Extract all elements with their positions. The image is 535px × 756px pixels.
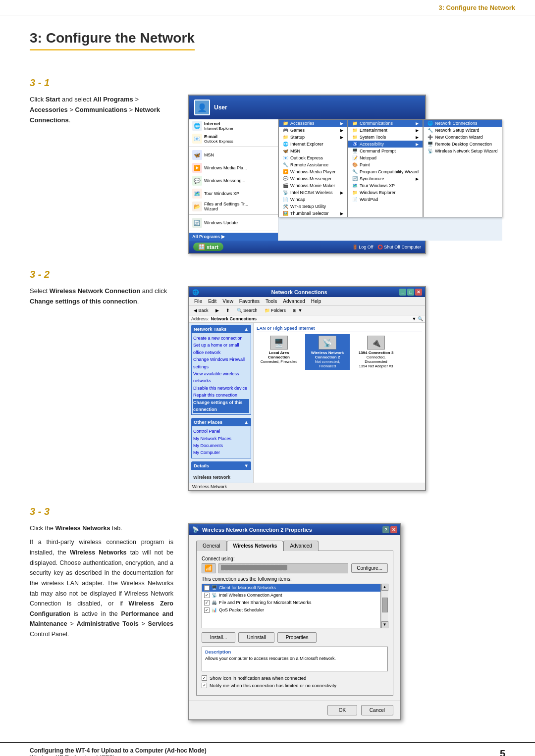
menu-advanced[interactable]: Advanced <box>280 298 308 305</box>
dialog-help-btn[interactable]: ? <box>382 526 389 533</box>
show-icon-checkbox[interactable] <box>202 675 207 681</box>
conn-wireless[interactable]: 📡 Wireless Network Connection 2 Not conn… <box>305 334 350 370</box>
menu-view[interactable]: View <box>219 298 236 305</box>
smitem-startup[interactable]: 📁 Startup ▶ <box>279 134 347 141</box>
scroll-up-btn[interactable]: ▲ <box>381 584 388 591</box>
smitem-notepad[interactable]: 📝 Notepad <box>348 154 423 161</box>
task-my-computer[interactable]: My Computer <box>193 449 249 456</box>
menu-item-allprograms[interactable]: All Programs ▶ <box>189 233 278 241</box>
menu-item-update[interactable]: 🔄 Windows Update <box>189 216 278 229</box>
menu-tools[interactable]: Tools <box>263 298 280 305</box>
start-button[interactable]: 🪟 start <box>193 243 223 251</box>
smitem-media2[interactable]: ▶️ Windows Media Player <box>279 168 347 175</box>
network-tasks-header[interactable]: Network Tasks ▲ <box>191 325 251 333</box>
menu-item-media[interactable]: ▶️ Windows Media Pla... <box>189 161 278 174</box>
menu-help[interactable]: Help <box>308 298 324 305</box>
smitem-ie[interactable]: 🌐 Internet Explorer <box>279 141 347 148</box>
listitem-sharing[interactable]: 🖨️ File and Printer Sharing for Microsof… <box>202 599 380 606</box>
smitem-newconn[interactable]: ➕ New Connection Wizard <box>424 134 502 141</box>
menu-item-tour[interactable]: 🗺️ Tour Windows XP <box>189 187 278 200</box>
menu-item-email[interactable]: 📧 E-mailOutlook Express <box>189 132 278 145</box>
smitem-accessibility[interactable]: ♿ Accessibility ▶ <box>348 141 423 148</box>
uninstall-btn[interactable]: Uninstall <box>238 632 274 643</box>
maximize-button[interactable]: □ <box>407 289 414 296</box>
tab-advanced[interactable]: Advanced <box>283 541 318 551</box>
other-places-header[interactable]: Other Places ▲ <box>191 418 251 426</box>
menu-file[interactable]: File <box>191 298 205 305</box>
menu-item-internet[interactable]: 🌐 InternetInternet Explorer <box>189 119 278 132</box>
search-btn[interactable]: 🔍 Search <box>234 307 260 314</box>
ok-btn[interactable]: OK <box>327 705 357 715</box>
menu-favorites[interactable]: Favorites <box>236 298 263 305</box>
listbox-scrollbar[interactable]: ▲ ▼ <box>381 584 388 628</box>
task-change-fw[interactable]: Change Windows Firewall settings <box>193 356 249 370</box>
check-intel[interactable] <box>204 593 210 598</box>
smitem-sync[interactable]: 🔄 Synchronize ▶ <box>348 175 423 182</box>
dialog-close-btn[interactable]: ✕ <box>390 526 397 533</box>
smitem-entertainment[interactable]: 📁 Entertainment ▶ <box>348 127 423 134</box>
folders-btn[interactable]: 📁 Folders <box>262 307 289 314</box>
smitem-thumbnail[interactable]: 🖼️ Thumbnail Selector ▶ <box>279 210 347 217</box>
task-my-docs[interactable]: My Documents <box>193 442 249 449</box>
shutdown-btn[interactable]: ⭕ Shut Off Computer <box>377 245 421 250</box>
configure-btn[interactable]: Configure... <box>351 563 388 573</box>
tab-general[interactable]: General <box>196 541 227 551</box>
close-button[interactable]: ✕ <box>415 289 422 296</box>
task-repair[interactable]: Repair this connection <box>193 392 249 399</box>
smitem-wincap[interactable]: 📄 Wincap <box>279 196 347 203</box>
smitem-explorer[interactable]: 📁 Windows Explorer <box>348 189 423 196</box>
listitem-intel[interactable]: 📡 Intel Wireless Connection Agent <box>202 592 380 599</box>
menu-item-msn[interactable]: 🦋 MSN <box>189 149 278 161</box>
menu-edit[interactable]: Edit <box>205 298 219 305</box>
smitem-remdesk[interactable]: 🖥️ Remote Desktop Connection <box>424 141 502 148</box>
connection-listbox[interactable]: 🖥️ Client for Microsoft Networks 📡 Intel… <box>202 584 381 628</box>
smitem-wt4[interactable]: 🛠️ WT-4 Setup Utility <box>279 203 347 210</box>
smitem-tourxp[interactable]: 🗺️ Tour Windows XP <box>348 182 423 189</box>
conn-1394[interactable]: 🔌 1394 Connection 3 Connected, Disconnec… <box>354 334 398 370</box>
cancel-btn[interactable]: Cancel <box>361 705 393 715</box>
scroll-down-btn[interactable]: ▼ <box>381 621 388 628</box>
conn-local[interactable]: 🖥️ Local Area Connection Connected, Fire… <box>257 334 301 370</box>
smitem-wmessenger[interactable]: 💬 Windows Messenger <box>279 175 347 182</box>
scroll-thumb[interactable] <box>382 598 388 612</box>
check-sharing[interactable] <box>204 600 210 605</box>
smitem-wsetup[interactable]: 📡 Wireless Network Setup Wizard <box>424 148 502 154</box>
task-my-network[interactable]: My Network Places <box>193 435 249 442</box>
task-setup-home[interactable]: Set up a home or small office network <box>193 342 249 356</box>
tab-wireless-networks[interactable]: Wireless Networks <box>227 541 284 551</box>
check-client[interactable] <box>204 585 210 591</box>
minimize-button[interactable]: _ <box>399 289 406 296</box>
smitem-movie[interactable]: 🎬 Windows Movie Maker <box>279 182 347 189</box>
notify-checkbox[interactable] <box>202 683 207 688</box>
smitem-nicset[interactable]: 📡 Intel NICSet Wireless ▶ <box>279 189 347 196</box>
back-btn[interactable]: ◀ Back <box>191 307 211 314</box>
task-view-wireless[interactable]: View available wireless networks <box>193 370 249 385</box>
details-header[interactable]: Details ▼ <box>191 461 251 470</box>
fwd-btn[interactable]: ▶ <box>213 307 221 314</box>
views-btn[interactable]: ⊞ ▼ <box>290 307 305 314</box>
smitem-compat[interactable]: 🔧 Program Compatibility Wizard <box>348 168 423 175</box>
listitem-client[interactable]: 🖥️ Client for Microsoft Networks <box>202 584 380 592</box>
smitem-systemtools[interactable]: 📁 System Tools ▶ <box>348 134 423 141</box>
smitem-netsetup[interactable]: 🔧 Network Setup Wizard <box>424 127 502 134</box>
up-btn[interactable]: ⬆ <box>223 307 232 314</box>
listitem-qos[interactable]: 📊 QoS Packet Scheduler <box>202 606 380 614</box>
smitem-comm[interactable]: 📁 Communications ▶ <box>348 120 423 127</box>
smitem-games[interactable]: 🎮 Games ▶ <box>279 127 347 134</box>
logoff-btn[interactable]: 🚪 Log Off <box>352 245 374 250</box>
task-disable[interactable]: Disable this network device <box>193 385 249 392</box>
task-control-panel[interactable]: Control Panel <box>193 428 249 435</box>
menu-item-messenger[interactable]: 💬 Windows Messeng... <box>189 174 278 187</box>
address-go[interactable]: ▼ 🔍 <box>412 316 423 321</box>
smitem-cmd[interactable]: 🖥️ Command Prompt <box>348 148 423 154</box>
task-change-settings[interactable]: Change settings of this connection <box>193 399 249 413</box>
smitem-msn[interactable]: 🦋 MSN <box>279 148 347 154</box>
smitem-accessories[interactable]: 📁 Accessories ▶ <box>279 120 347 127</box>
menu-item-files[interactable]: 📂 Files and Settings Tr...Wizard <box>189 200 278 213</box>
smitem-remote[interactable]: 🔧 Remote Assistance <box>279 161 347 168</box>
task-create-connection[interactable]: Create a new connection <box>193 335 249 342</box>
smitem-outlook[interactable]: 📧 Outlook Express <box>279 154 347 161</box>
smitem-paint[interactable]: 🎨 Paint <box>348 161 423 168</box>
smitem-netconn[interactable]: 🌐 Network Connections <box>424 120 502 127</box>
smitem-wordpad[interactable]: 📄 WordPad <box>348 196 423 203</box>
